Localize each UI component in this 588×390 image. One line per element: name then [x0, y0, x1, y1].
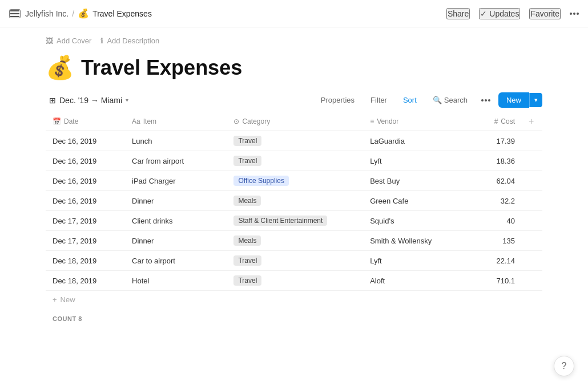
image-icon: 🖼 [46, 36, 53, 45]
cell-cost: 18.36 [465, 151, 522, 171]
category-tag: Meals [233, 196, 261, 206]
cell-date: Dec 16, 2019 [46, 131, 125, 151]
check-icon: ✓ [480, 9, 487, 18]
cell-cost: 17.39 [465, 131, 522, 151]
view-toggle-button[interactable]: ⊞ Dec. '19 → Miami ▾ [46, 94, 132, 107]
cell-empty [522, 151, 542, 171]
category-tag: Travel [233, 275, 261, 286]
cell-empty [522, 131, 542, 151]
search-icon: 🔍 [433, 96, 442, 104]
data-table: 📅 Date Aa Item ⊙ Category [46, 112, 542, 291]
cell-category: Travel [227, 271, 363, 291]
cell-vendor: Smith & Wollensky [363, 231, 465, 251]
col-header-category: ⊙ Category [227, 112, 363, 131]
breadcrumb-page-icon: 💰 [78, 8, 89, 19]
filter-button[interactable]: Filter [365, 94, 393, 107]
vendor-icon: ≡ [370, 117, 374, 125]
page-emoji: 💰 [46, 54, 74, 81]
cell-empty [522, 211, 542, 231]
cell-vendor: Green Cafe [363, 191, 465, 211]
cell-item: Car to airport [125, 251, 227, 271]
more-options-button[interactable] [570, 13, 579, 15]
cell-date: Dec 17, 2019 [46, 211, 125, 231]
cell-date: Dec 16, 2019 [46, 191, 125, 211]
cell-category: Travel [227, 251, 363, 271]
cell-empty [522, 251, 542, 271]
breadcrumb-page[interactable]: Travel Expenses [92, 9, 152, 18]
cell-category: Travel [227, 151, 363, 171]
cell-cost: 40 [465, 211, 522, 231]
toolbar-more-button[interactable] [478, 97, 494, 104]
favorite-button[interactable]: Favorite [529, 8, 561, 19]
properties-button[interactable]: Properties [315, 94, 360, 107]
chevron-down-icon: ▾ [126, 97, 128, 103]
cell-item: Dinner [125, 231, 227, 251]
cell-item: Client drinks [125, 211, 227, 231]
cell-item: iPad Charger [125, 171, 227, 191]
cell-category: Travel [227, 131, 363, 151]
cell-cost: 62.04 [465, 171, 522, 191]
table-row[interactable]: Dec 16, 2019LunchTravelLaGuardia17.39 [46, 131, 542, 151]
table-row[interactable]: Dec 18, 2019Car to airportTravelLyft22.1… [46, 251, 542, 271]
cell-date: Dec 17, 2019 [46, 231, 125, 251]
category-tag: Office Supplies [233, 176, 289, 186]
category-icon: ⊙ [233, 117, 239, 125]
help-button[interactable]: ? [554, 356, 574, 376]
cell-category: Meals [227, 231, 363, 251]
cell-cost: 710.1 [465, 271, 522, 291]
cell-cost: 22.14 [465, 251, 522, 271]
info-icon: ℹ [100, 36, 103, 45]
category-tag: Travel [233, 136, 261, 146]
cell-category: Staff & Client Entertainment [227, 211, 363, 231]
cell-category: Meals [227, 191, 363, 211]
toolbar: ⊞ Dec. '19 → Miami ▾ Properties Filter S… [46, 92, 542, 108]
updates-button[interactable]: ✓ Updates [479, 8, 520, 19]
breadcrumb-org[interactable]: Jellyfish Inc. [25, 9, 69, 18]
cell-date: Dec 18, 2019 [46, 251, 125, 271]
cell-vendor: Best Buy [363, 171, 465, 191]
cell-vendor: Squid's [363, 211, 465, 231]
sort-button[interactable]: Sort [397, 94, 422, 107]
cell-empty [522, 191, 542, 211]
table-row[interactable]: Dec 16, 2019iPad ChargerOffice SuppliesB… [46, 171, 542, 191]
table-row[interactable]: Dec 17, 2019DinnerMealsSmith & Wollensky… [46, 231, 542, 251]
cell-item: Car from airport [125, 151, 227, 171]
cell-vendor: Aloft [363, 271, 465, 291]
table-row[interactable]: Dec 16, 2019Car from airportTravelLyft18… [46, 151, 542, 171]
breadcrumb: Jellyfish Inc. / 💰 Travel Expenses [25, 8, 152, 19]
cell-date: Dec 18, 2019 [46, 271, 125, 291]
search-button[interactable]: 🔍 Search [427, 94, 473, 107]
add-new-row[interactable]: + New [46, 291, 542, 308]
category-tag: Staff & Client Entertainment [233, 216, 327, 226]
cell-empty [522, 271, 542, 291]
col-header-cost: # Cost [465, 112, 522, 131]
page-actions: 🖼 Add Cover ℹ Add Description [46, 27, 542, 50]
count-row: COUNT 8 [46, 308, 542, 324]
plus-icon: + [53, 295, 57, 304]
table-row[interactable]: Dec 18, 2019HotelTravelAloft710.1 [46, 271, 542, 291]
table-header-row: 📅 Date Aa Item ⊙ Category [46, 112, 542, 131]
add-cover-button[interactable]: 🖼 Add Cover [46, 36, 91, 45]
cell-date: Dec 16, 2019 [46, 171, 125, 191]
share-button[interactable]: Share [446, 8, 470, 19]
nav-left: Jellyfish Inc. / 💰 Travel Expenses [9, 8, 152, 19]
cell-item: Hotel [125, 271, 227, 291]
cell-empty [522, 231, 542, 251]
add-column-button[interactable]: + [529, 117, 534, 126]
menu-button[interactable] [9, 9, 21, 18]
new-arrow-button[interactable]: ▾ [529, 93, 542, 107]
cell-empty [522, 171, 542, 191]
toolbar-left: ⊞ Dec. '19 → Miami ▾ [46, 94, 132, 107]
table-row[interactable]: Dec 16, 2019DinnerMealsGreen Cafe32.2 [46, 191, 542, 211]
breadcrumb-separator: / [72, 9, 74, 18]
cell-date: Dec 16, 2019 [46, 151, 125, 171]
text-icon: Aa [132, 117, 140, 125]
category-tag: Travel [233, 255, 261, 266]
cell-cost: 32.2 [465, 191, 522, 211]
add-column-header: + [522, 112, 542, 131]
table-row[interactable]: Dec 17, 2019Client drinksStaff & Client … [46, 211, 542, 231]
add-description-button[interactable]: ℹ Add Description [100, 36, 159, 45]
new-main-button[interactable]: New [498, 92, 529, 108]
cell-item: Lunch [125, 131, 227, 151]
page-title: Travel Expenses [81, 56, 242, 80]
